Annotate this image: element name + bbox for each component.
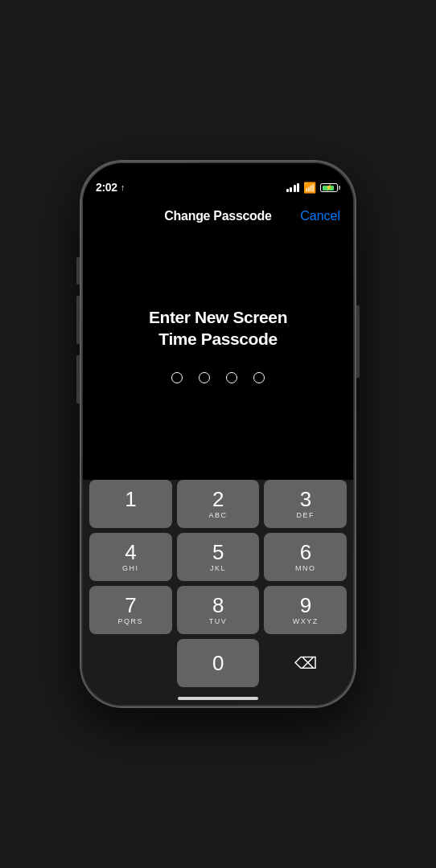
passcode-dot-4 — [253, 372, 265, 383]
key-8-num: 8 — [212, 595, 224, 616]
home-indicator — [178, 697, 258, 700]
key-empty — [89, 639, 172, 687]
key-6-alpha: MNO — [295, 564, 316, 572]
passcode-dot-2 — [199, 372, 210, 383]
key-4[interactable]: 4 GHI — [89, 533, 172, 581]
signal-icon — [286, 183, 300, 192]
key-9[interactable]: 9 WXYZ — [264, 586, 347, 634]
keypad-row-1: 1 2 ABC 3 DEF — [89, 480, 347, 528]
key-3-alpha: DEF — [296, 511, 315, 519]
key-7[interactable]: 7 PQRS — [89, 586, 172, 634]
key-8[interactable]: 8 TUV — [177, 586, 260, 634]
key-2[interactable]: 2 ABC — [177, 480, 260, 528]
location-icon: ↑ — [121, 182, 125, 192]
passcode-area: Enter New Screen Time Passcode — [83, 234, 353, 480]
key-0[interactable]: 0 — [177, 639, 260, 687]
delete-icon: ⌫ — [294, 653, 317, 673]
key-3-num: 3 — [300, 489, 311, 510]
key-5[interactable]: 5 JKL — [177, 533, 260, 581]
key-5-alpha: JKL — [210, 564, 226, 572]
cancel-button[interactable]: Cancel — [300, 209, 340, 223]
volume-up-button — [76, 296, 80, 344]
key-3[interactable]: 3 DEF — [264, 480, 347, 528]
phone-frame: 2:02 ↑ 📶 ⚡ — [80, 161, 356, 707]
key-9-num: 9 — [300, 595, 311, 616]
key-7-num: 7 — [125, 595, 136, 616]
phone-screen: 2:02 ↑ 📶 ⚡ — [83, 163, 353, 705]
nav-bar: Change Passcode Cancel — [83, 199, 353, 234]
key-2-num: 2 — [212, 489, 224, 510]
delete-button[interactable]: ⌫ — [264, 639, 347, 687]
key-4-alpha: GHI — [122, 564, 139, 572]
key-9-alpha: WXYZ — [293, 617, 319, 625]
wifi-icon: 📶 — [303, 182, 316, 194]
key-8-alpha: TUV — [209, 617, 228, 625]
battery-icon: ⚡ — [320, 183, 340, 192]
passcode-dots — [171, 372, 265, 383]
volume-down-button — [76, 355, 80, 403]
key-2-alpha: ABC — [209, 511, 228, 519]
status-time: 2:02 — [96, 181, 117, 194]
key-0-num: 0 — [212, 653, 224, 674]
passcode-dot-1 — [171, 372, 183, 383]
notch — [166, 163, 270, 184]
power-button — [356, 305, 360, 378]
keypad-row-3: 7 PQRS 8 TUV 9 WXYZ — [89, 586, 347, 634]
screen-content: 2:02 ↑ 📶 ⚡ — [83, 163, 353, 705]
key-6[interactable]: 6 MNO — [264, 533, 347, 581]
key-5-num: 5 — [212, 542, 224, 563]
key-1[interactable]: 1 — [89, 480, 172, 528]
keypad-row-2: 4 GHI 5 JKL 6 MNO — [89, 533, 347, 581]
key-4-num: 4 — [125, 542, 136, 563]
key-7-alpha: PQRS — [118, 617, 144, 625]
mute-button — [76, 257, 80, 285]
keypad: 1 2 ABC 3 DEF 4 GHI — [83, 480, 353, 705]
key-1-num: 1 — [125, 489, 136, 510]
nav-title: Change Passcode — [164, 209, 271, 223]
passcode-dot-3 — [226, 372, 237, 383]
passcode-prompt: Enter New Screen Time Passcode — [149, 306, 287, 350]
key-1-alpha — [129, 511, 132, 519]
status-icons: 📶 ⚡ — [286, 182, 341, 194]
keypad-row-bottom: 0 ⌫ — [89, 639, 347, 687]
key-6-num: 6 — [300, 542, 311, 563]
